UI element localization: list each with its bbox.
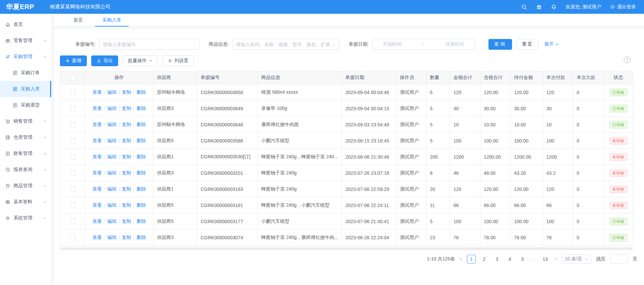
tab-purchase-in[interactable]: 采购入库 — [95, 14, 129, 26]
logout-button[interactable]: 退出登录 — [610, 4, 636, 10]
page-button-2[interactable]: 2 — [480, 255, 488, 263]
next-page-button[interactable]: > — [554, 256, 557, 262]
action-copy[interactable]: 复制 — [122, 138, 131, 143]
action-edit[interactable]: 编辑 — [107, 218, 116, 224]
jump-page-input[interactable] — [610, 254, 628, 264]
action-copy[interactable]: 复制 — [122, 170, 131, 175]
action-edit[interactable]: 编辑 — [107, 154, 116, 159]
row-checkbox[interactable] — [70, 187, 75, 192]
action-delete[interactable]: 删除 — [136, 218, 146, 224]
page-button-3[interactable]: 3 — [493, 255, 501, 263]
product-info-input[interactable] — [232, 39, 339, 50]
reset-button[interactable]: 重置 — [517, 39, 538, 50]
bill-no-input[interactable] — [99, 39, 200, 50]
sidebar-item-purchase-order[interactable]: 采购订单 — [0, 65, 51, 81]
cell-order-no: CGRK00000003074 — [197, 230, 258, 246]
page-button-4[interactable]: 4 — [505, 255, 514, 263]
action-delete[interactable]: 删除 — [136, 138, 146, 143]
action-view[interactable]: 查看 — [93, 89, 102, 95]
row-checkbox[interactable] — [70, 203, 75, 208]
sidebar-item-purchase[interactable]: 采购管理 — [0, 49, 51, 65]
row-checkbox[interactable] — [70, 219, 75, 224]
horizontal-scrollbar[interactable] — [60, 247, 633, 250]
search-icon[interactable] — [521, 4, 527, 10]
col-operator: 操作员 — [397, 71, 427, 84]
action-delete[interactable]: 删除 — [136, 122, 146, 127]
sidebar-item-basic[interactable]: 基本资料 — [0, 194, 51, 210]
row-checkbox[interactable] — [70, 235, 75, 240]
sidebar-item-finance[interactable]: 财务管理 — [0, 146, 51, 162]
export-button[interactable]: 导出 — [91, 55, 118, 66]
sidebar-item-home[interactable]: 首页 — [0, 16, 51, 33]
page-size-select[interactable]: 10 条/页 — [562, 254, 591, 264]
page-ellipsis[interactable]: ··· — [531, 256, 537, 262]
action-edit[interactable]: 编辑 — [107, 202, 116, 208]
add-button[interactable]: 新增 — [60, 55, 87, 66]
action-view[interactable]: 查看 — [93, 170, 102, 175]
action-copy[interactable]: 复制 — [122, 154, 131, 159]
action-copy[interactable]: 复制 — [122, 218, 131, 224]
action-view[interactable]: 查看 — [93, 218, 102, 224]
search-button[interactable]: 查询 — [488, 39, 512, 50]
action-delete[interactable]: 删除 — [136, 106, 146, 111]
action-delete[interactable]: 删除 — [136, 170, 146, 175]
help-icon[interactable]: ? — [624, 56, 631, 63]
batch-actions-button[interactable]: 批量操作 — [123, 55, 158, 66]
select-all-checkbox[interactable] — [70, 75, 75, 81]
action-view[interactable]: 查看 — [93, 235, 102, 240]
tab-purchase-in-label: 采购入库 — [102, 17, 121, 23]
action-edit[interactable]: 编辑 — [107, 170, 116, 175]
action-edit[interactable]: 编辑 — [107, 186, 116, 192]
page-button-13[interactable]: 13 — [541, 255, 549, 263]
platform-icon[interactable] — [536, 4, 542, 10]
action-edit[interactable]: 编辑 — [107, 122, 116, 127]
expand-link[interactable]: 展开 — [544, 41, 559, 47]
row-checkbox[interactable] — [70, 138, 75, 144]
action-delete[interactable]: 删除 — [136, 235, 146, 240]
sidebar-item-goods[interactable]: 商品管理 — [0, 178, 51, 194]
row-checkbox[interactable] — [70, 170, 75, 176]
action-copy[interactable]: 复制 — [122, 122, 131, 127]
action-edit[interactable]: 编辑 — [107, 89, 116, 95]
action-edit[interactable]: 编辑 — [107, 138, 116, 143]
date-range-input[interactable]: 开始时间 ~ 结束时间 — [372, 39, 475, 50]
sidebar-item-report[interactable]: 报表查询 — [0, 162, 51, 178]
column-settings-button[interactable]: 列设置 — [162, 55, 194, 66]
welcome-user[interactable]: 欢迎您, 测试用户 — [566, 4, 601, 10]
action-view[interactable]: 查看 — [93, 106, 102, 111]
col-amount-tax: 含税合计 — [480, 71, 511, 84]
action-view[interactable]: 查看 — [93, 138, 102, 143]
action-copy[interactable]: 复制 — [122, 106, 131, 111]
action-edit[interactable]: 编辑 — [107, 106, 116, 111]
action-copy[interactable]: 复制 — [122, 186, 131, 192]
action-view[interactable]: 查看 — [93, 154, 102, 159]
action-view[interactable]: 查看 — [93, 122, 102, 127]
action-delete[interactable]: 删除 — [136, 154, 146, 159]
action-copy[interactable]: 复制 — [122, 202, 131, 208]
row-checkbox[interactable] — [70, 106, 75, 111]
sidebar-item-warehouse[interactable]: 仓库管理 — [0, 129, 51, 146]
row-checkbox[interactable] — [70, 90, 75, 95]
action-separator: | — [104, 89, 105, 95]
sidebar-item-system[interactable]: 系统管理 — [0, 210, 51, 226]
action-delete[interactable]: 删除 — [136, 186, 146, 192]
sidebar-item-retail[interactable]: 零售管理 — [0, 33, 51, 49]
page-button-5[interactable]: 5 — [518, 255, 527, 263]
prev-page-button[interactable]: < — [460, 256, 462, 262]
action-delete[interactable]: 删除 — [136, 89, 146, 95]
page-button-1[interactable]: 1 — [467, 255, 476, 263]
action-view[interactable]: 查看 — [93, 186, 102, 192]
bell-icon[interactable] — [551, 4, 557, 10]
action-copy[interactable]: 复制 — [122, 235, 131, 240]
action-separator: | — [104, 170, 105, 175]
action-edit[interactable]: 编辑 — [107, 235, 116, 240]
tab-home[interactable]: 首页 — [66, 14, 90, 26]
sidebar-item-purchase-return[interactable]: 采购退货 — [0, 97, 51, 113]
row-checkbox[interactable] — [70, 154, 75, 160]
row-checkbox[interactable] — [70, 122, 75, 127]
sidebar-item-sales[interactable]: 销售管理 — [0, 113, 51, 129]
action-copy[interactable]: 复制 — [122, 89, 131, 95]
sidebar-item-purchase-in[interactable]: 采购入库 — [0, 81, 51, 97]
action-delete[interactable]: 删除 — [136, 202, 146, 208]
action-view[interactable]: 查看 — [93, 202, 102, 208]
